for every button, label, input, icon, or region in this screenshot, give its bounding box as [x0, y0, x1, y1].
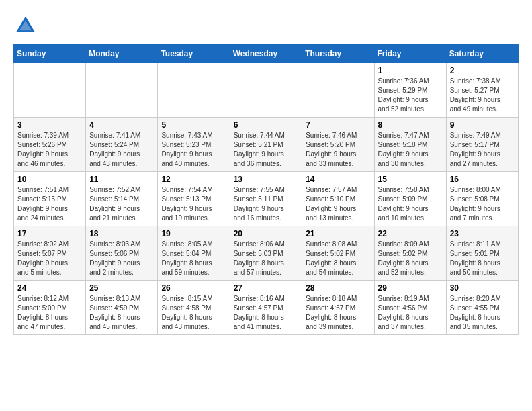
calendar-cell: 6Sunrise: 7:44 AM Sunset: 5:21 PM Daylig…	[230, 118, 302, 172]
day-info: Sunrise: 8:11 AM Sunset: 5:01 PM Dayligh…	[450, 240, 515, 277]
day-info: Sunrise: 7:57 AM Sunset: 5:10 PM Dayligh…	[306, 185, 370, 223]
day-info: Sunrise: 8:19 AM Sunset: 4:56 PM Dayligh…	[378, 294, 443, 332]
day-info: Sunrise: 7:52 AM Sunset: 5:14 PM Dayligh…	[89, 185, 154, 223]
calendar-cell: 4Sunrise: 7:41 AM Sunset: 5:24 PM Daylig…	[86, 118, 158, 172]
day-number: 29	[378, 283, 443, 293]
day-info: Sunrise: 7:39 AM Sunset: 5:26 PM Dayligh…	[17, 131, 82, 169]
day-number: 15	[378, 175, 443, 184]
day-number: 18	[89, 229, 154, 238]
day-number: 8	[378, 120, 443, 130]
day-info: Sunrise: 7:38 AM Sunset: 5:27 PM Dayligh…	[450, 77, 515, 114]
calendar-week-row: 17Sunrise: 8:02 AM Sunset: 5:07 PM Dayli…	[14, 226, 519, 281]
day-number: 2	[450, 66, 515, 75]
calendar-cell: 15Sunrise: 7:58 AM Sunset: 5:09 PM Dayli…	[374, 172, 446, 226]
day-info: Sunrise: 7:41 AM Sunset: 5:24 PM Dayligh…	[89, 131, 154, 169]
calendar-cell: 5Sunrise: 7:43 AM Sunset: 5:23 PM Daylig…	[158, 118, 230, 172]
calendar-table: SundayMondayTuesdayWednesdayThursdayFrid…	[13, 44, 519, 335]
calendar-header-row: SundayMondayTuesdayWednesdayThursdayFrid…	[14, 45, 519, 63]
day-info: Sunrise: 7:49 AM Sunset: 5:17 PM Dayligh…	[450, 131, 515, 169]
calendar-cell: 25Sunrise: 8:13 AM Sunset: 4:59 PM Dayli…	[86, 281, 158, 335]
day-info: Sunrise: 7:54 AM Sunset: 5:13 PM Dayligh…	[161, 185, 226, 223]
day-info: Sunrise: 7:46 AM Sunset: 5:20 PM Dayligh…	[306, 131, 370, 169]
day-number: 16	[450, 175, 515, 184]
day-info: Sunrise: 7:47 AM Sunset: 5:18 PM Dayligh…	[378, 131, 443, 169]
day-info: Sunrise: 7:51 AM Sunset: 5:15 PM Dayligh…	[17, 185, 82, 223]
calendar-cell: 3Sunrise: 7:39 AM Sunset: 5:26 PM Daylig…	[14, 118, 86, 172]
day-number: 30	[450, 283, 515, 293]
calendar-cell: 26Sunrise: 8:15 AM Sunset: 4:58 PM Dayli…	[158, 281, 230, 335]
day-info: Sunrise: 7:43 AM Sunset: 5:23 PM Dayligh…	[161, 131, 226, 169]
day-number: 26	[161, 283, 226, 293]
day-info: Sunrise: 8:03 AM Sunset: 5:06 PM Dayligh…	[89, 240, 154, 277]
day-info: Sunrise: 7:58 AM Sunset: 5:09 PM Dayligh…	[378, 185, 443, 223]
calendar-cell: 17Sunrise: 8:02 AM Sunset: 5:07 PM Dayli…	[14, 226, 86, 281]
day-info: Sunrise: 8:20 AM Sunset: 4:55 PM Dayligh…	[450, 294, 515, 332]
day-number: 9	[450, 120, 515, 130]
day-number: 1	[378, 66, 443, 75]
day-number: 11	[89, 175, 154, 184]
day-info: Sunrise: 8:08 AM Sunset: 5:02 PM Dayligh…	[306, 240, 370, 277]
calendar-header-thursday: Thursday	[302, 45, 374, 63]
calendar-cell: 9Sunrise: 7:49 AM Sunset: 5:17 PM Daylig…	[446, 118, 518, 172]
calendar-cell: 20Sunrise: 8:06 AM Sunset: 5:03 PM Dayli…	[230, 226, 302, 281]
calendar-cell: 14Sunrise: 7:57 AM Sunset: 5:10 PM Dayli…	[302, 172, 374, 226]
day-number: 3	[17, 120, 82, 130]
day-info: Sunrise: 8:18 AM Sunset: 4:57 PM Dayligh…	[306, 294, 370, 332]
day-number: 20	[234, 229, 299, 238]
day-number: 12	[161, 175, 226, 184]
day-info: Sunrise: 8:16 AM Sunset: 4:57 PM Dayligh…	[234, 294, 299, 332]
day-info: Sunrise: 8:12 AM Sunset: 5:00 PM Dayligh…	[17, 294, 82, 332]
calendar-cell: 8Sunrise: 7:47 AM Sunset: 5:18 PM Daylig…	[374, 118, 446, 172]
calendar-cell	[230, 63, 302, 118]
calendar-cell	[86, 63, 158, 118]
day-number: 4	[89, 120, 154, 130]
calendar-week-row: 3Sunrise: 7:39 AM Sunset: 5:26 PM Daylig…	[14, 118, 519, 172]
calendar-cell: 1Sunrise: 7:36 AM Sunset: 5:29 PM Daylig…	[374, 63, 446, 118]
logo	[13, 13, 42, 38]
calendar-cell: 24Sunrise: 8:12 AM Sunset: 5:00 PM Dayli…	[14, 281, 86, 335]
day-number: 19	[161, 229, 226, 238]
day-info: Sunrise: 7:44 AM Sunset: 5:21 PM Dayligh…	[234, 131, 299, 169]
calendar-cell: 19Sunrise: 8:05 AM Sunset: 5:04 PM Dayli…	[158, 226, 230, 281]
day-info: Sunrise: 8:06 AM Sunset: 5:03 PM Dayligh…	[234, 240, 299, 277]
calendar-cell: 28Sunrise: 8:18 AM Sunset: 4:57 PM Dayli…	[302, 281, 374, 335]
day-number: 24	[17, 283, 82, 293]
day-number: 6	[234, 120, 299, 130]
calendar-header-sunday: Sunday	[14, 45, 86, 63]
calendar-cell: 18Sunrise: 8:03 AM Sunset: 5:06 PM Dayli…	[86, 226, 158, 281]
calendar-week-row: 24Sunrise: 8:12 AM Sunset: 5:00 PM Dayli…	[14, 281, 519, 335]
calendar-cell: 11Sunrise: 7:52 AM Sunset: 5:14 PM Dayli…	[86, 172, 158, 226]
day-number: 21	[306, 229, 370, 238]
calendar-header-monday: Monday	[86, 45, 158, 63]
calendar-cell: 2Sunrise: 7:38 AM Sunset: 5:27 PM Daylig…	[446, 63, 518, 118]
calendar-cell: 12Sunrise: 7:54 AM Sunset: 5:13 PM Dayli…	[158, 172, 230, 226]
logo-icon	[13, 13, 38, 38]
day-info: Sunrise: 8:00 AM Sunset: 5:08 PM Dayligh…	[450, 185, 515, 223]
day-number: 25	[89, 283, 154, 293]
day-number: 28	[306, 283, 370, 293]
day-info: Sunrise: 8:15 AM Sunset: 4:58 PM Dayligh…	[161, 294, 226, 332]
calendar-cell: 16Sunrise: 8:00 AM Sunset: 5:08 PM Dayli…	[446, 172, 518, 226]
calendar-week-row: 10Sunrise: 7:51 AM Sunset: 5:15 PM Dayli…	[14, 172, 519, 226]
calendar-cell: 13Sunrise: 7:55 AM Sunset: 5:11 PM Dayli…	[230, 172, 302, 226]
calendar-cell: 23Sunrise: 8:11 AM Sunset: 5:01 PM Dayli…	[446, 226, 518, 281]
calendar-cell: 27Sunrise: 8:16 AM Sunset: 4:57 PM Dayli…	[230, 281, 302, 335]
day-info: Sunrise: 8:13 AM Sunset: 4:59 PM Dayligh…	[89, 294, 154, 332]
calendar-cell: 21Sunrise: 8:08 AM Sunset: 5:02 PM Dayli…	[302, 226, 374, 281]
day-number: 10	[17, 175, 82, 184]
calendar-cell	[302, 63, 374, 118]
calendar-week-row: 1Sunrise: 7:36 AM Sunset: 5:29 PM Daylig…	[14, 63, 519, 118]
day-info: Sunrise: 7:36 AM Sunset: 5:29 PM Dayligh…	[378, 77, 443, 114]
calendar-cell: 22Sunrise: 8:09 AM Sunset: 5:02 PM Dayli…	[374, 226, 446, 281]
calendar-header-saturday: Saturday	[446, 45, 518, 63]
calendar-cell: 7Sunrise: 7:46 AM Sunset: 5:20 PM Daylig…	[302, 118, 374, 172]
calendar-cell	[14, 63, 86, 118]
day-number: 17	[17, 229, 82, 238]
day-info: Sunrise: 7:55 AM Sunset: 5:11 PM Dayligh…	[234, 185, 299, 223]
calendar-header-friday: Friday	[374, 45, 446, 63]
page-header	[13, 13, 519, 38]
day-info: Sunrise: 8:05 AM Sunset: 5:04 PM Dayligh…	[161, 240, 226, 277]
calendar-header-tuesday: Tuesday	[158, 45, 230, 63]
day-number: 22	[378, 229, 443, 238]
calendar-cell: 29Sunrise: 8:19 AM Sunset: 4:56 PM Dayli…	[374, 281, 446, 335]
